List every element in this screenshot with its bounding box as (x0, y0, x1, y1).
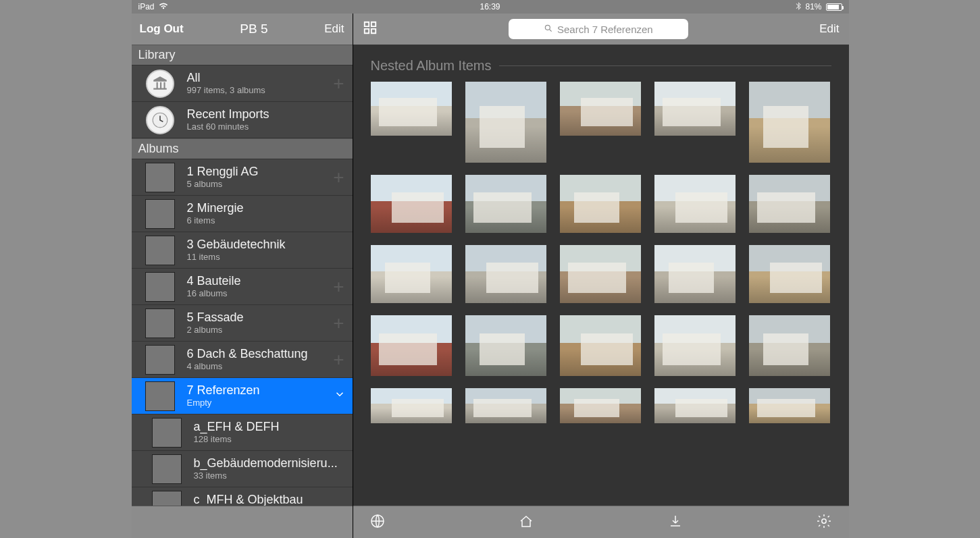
photo-thumb[interactable] (749, 175, 830, 233)
album-row[interactable]: 2 Minergie6 items (132, 196, 353, 232)
library-icon (146, 70, 174, 98)
album-label: 5 Fassade (187, 311, 334, 325)
expand-icon[interactable]: + (333, 167, 345, 188)
section-library: Library (132, 45, 353, 65)
album-row[interactable]: b_Gebäudemodernisieru...33 items (132, 451, 353, 487)
search-placeholder: Search 7 Referenzen (557, 24, 653, 35)
album-row[interactable]: 6 Dach & Beschattung4 albums+ (132, 342, 353, 378)
album-row[interactable]: 1 Renggli AG5 albums+ (132, 159, 353, 196)
album-sub: 128 items (194, 434, 346, 444)
album-label: 1 Renggli AG (187, 165, 334, 179)
album-row[interactable]: a_EFH & DEFH128 items (132, 414, 353, 451)
photo-thumb[interactable] (371, 315, 452, 376)
sidebar-edit-button[interactable]: Edit (324, 22, 344, 36)
photo-thumb[interactable] (371, 175, 452, 233)
expand-icon[interactable]: + (333, 349, 345, 371)
photo-thumb[interactable] (560, 82, 641, 163)
library-row-all[interactable]: All 997 items, 3 albums + (132, 65, 353, 102)
chevron-down-icon[interactable] (334, 388, 346, 404)
app-window: iPad 16:39 81% Log Out PB 5 Edit Library (132, 0, 849, 538)
album-sub: 16 albums (187, 288, 334, 298)
photo-grid[interactable] (353, 79, 849, 506)
clock: 16:39 (480, 2, 500, 11)
album-thumb (145, 236, 175, 265)
photo-thumb[interactable] (654, 175, 736, 233)
battery-pct: 81% (805, 2, 821, 11)
photo-thumb[interactable] (560, 388, 641, 423)
photo-thumb[interactable] (749, 245, 830, 303)
svg-point-4 (822, 518, 826, 522)
photo-thumb[interactable] (465, 175, 546, 233)
album-row[interactable]: 5 Fassade2 albums+ (132, 305, 353, 342)
album-sub: 2 albums (187, 325, 334, 335)
sidebar: Log Out PB 5 Edit Library All 997 items,… (132, 14, 353, 538)
photo-thumb[interactable] (560, 175, 641, 233)
photo-thumb[interactable] (465, 245, 546, 303)
battery-icon (826, 3, 842, 11)
photo-thumb[interactable] (654, 388, 736, 423)
photo-thumb[interactable] (465, 315, 546, 376)
content-pane: Search 7 Referenzen Edit Nested Album It… (353, 14, 849, 538)
expand-icon[interactable]: + (333, 313, 345, 334)
sidebar-title: PB 5 (184, 22, 325, 36)
gear-icon[interactable] (816, 513, 832, 532)
album-label: a_EFH & DEFH (194, 421, 346, 434)
album-thumb (145, 381, 175, 411)
photo-thumb[interactable] (654, 315, 736, 376)
album-label: c_MFH & Objektbau (194, 493, 346, 506)
album-sub: Empty (187, 398, 334, 408)
grid-view-button[interactable] (363, 20, 378, 38)
photo-thumb[interactable] (371, 245, 452, 303)
section-albums: Albums (132, 138, 353, 159)
album-label: 2 Minergie (187, 202, 346, 215)
album-row[interactable]: 3 Gebäudetechnik11 items (132, 232, 353, 269)
album-thumb (152, 491, 182, 506)
album-thumb (152, 418, 182, 448)
download-icon[interactable] (667, 513, 684, 532)
expand-icon[interactable]: + (333, 276, 345, 298)
photo-thumb[interactable] (371, 82, 452, 163)
album-row[interactable]: c_MFH & Objektbau45 items (132, 487, 353, 506)
sidebar-bottom-bar (132, 506, 353, 538)
album-label: b_Gebäudemodernisieru... (194, 457, 346, 470)
library-row-recent[interactable]: Recent Imports Last 60 minutes (132, 102, 353, 138)
album-label: 6 Dach & Beschattung (187, 348, 334, 361)
photo-thumb[interactable] (465, 388, 546, 423)
search-input[interactable]: Search 7 Referenzen (509, 19, 688, 39)
grid-section-title: Nested Album Items (371, 58, 492, 74)
album-sub: 33 items (194, 470, 346, 481)
photo-thumb[interactable] (654, 82, 736, 163)
photo-thumb[interactable] (560, 245, 641, 303)
content-edit-button[interactable]: Edit (819, 22, 839, 36)
album-row[interactable]: 7 ReferenzenEmpty (132, 378, 353, 414)
album-sub: 6 items (187, 215, 346, 225)
photo-thumb[interactable] (749, 388, 830, 423)
photo-thumb[interactable] (654, 245, 736, 303)
album-sub: 5 albums (187, 179, 334, 189)
library-all-sub: 997 items, 3 albums (187, 85, 334, 95)
globe-icon[interactable] (369, 513, 386, 532)
album-sub: 4 albums (187, 361, 334, 371)
album-thumb (145, 163, 175, 192)
album-label: 3 Gebäudetechnik (187, 238, 346, 252)
home-icon[interactable] (518, 513, 534, 532)
photo-thumb[interactable] (749, 82, 830, 163)
photo-thumb[interactable] (371, 388, 452, 423)
device-label: iPad (138, 2, 155, 11)
library-recent-sub: Last 60 minutes (187, 122, 346, 132)
logout-button[interactable]: Log Out (140, 22, 184, 36)
content-header: Search 7 Referenzen Edit (353, 14, 849, 45)
album-thumb (145, 272, 175, 302)
album-row[interactable]: 4 Bauteile16 albums+ (132, 269, 353, 305)
library-recent-label: Recent Imports (187, 108, 346, 122)
status-bar: iPad 16:39 81% (132, 0, 849, 14)
photo-thumb[interactable] (560, 315, 641, 376)
photo-thumb[interactable] (749, 315, 830, 376)
clock-icon (146, 106, 174, 134)
album-label: 7 Referenzen (187, 384, 334, 398)
expand-icon[interactable]: + (333, 73, 345, 95)
library-all-label: All (187, 72, 334, 85)
album-thumb (145, 345, 175, 375)
photo-thumb[interactable] (465, 82, 546, 163)
wifi-icon (159, 2, 168, 11)
